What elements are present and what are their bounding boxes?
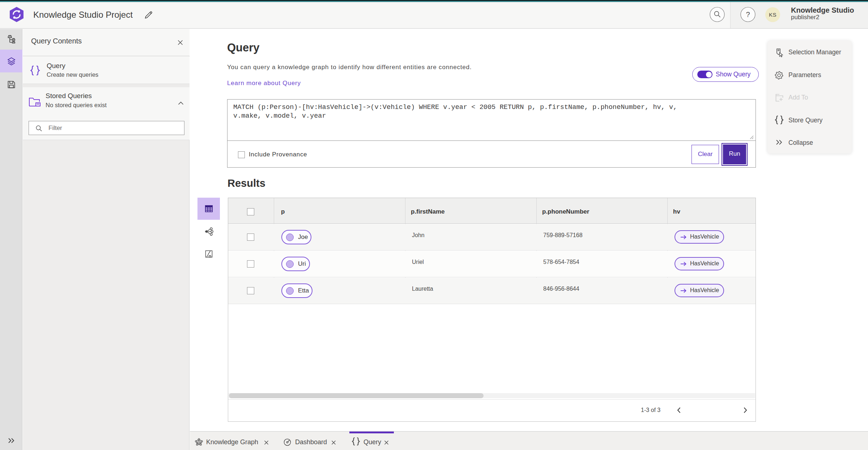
svg-text:?: ? (746, 10, 750, 18)
